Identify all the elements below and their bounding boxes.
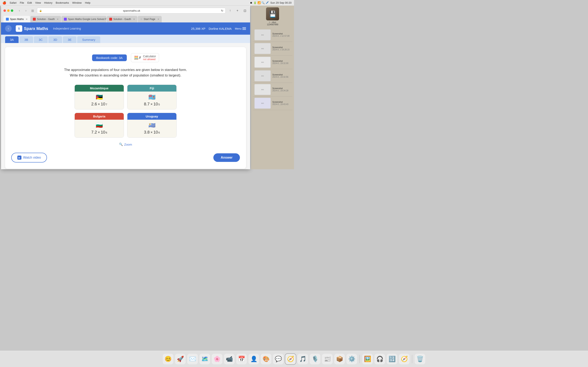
sparx-subtitle: Independent Learning	[53, 27, 81, 30]
sparx-logo: S Sparx Maths	[16, 25, 48, 32]
screenshot-item-6[interactable]: IMG Screenshot 2024-0...19.43.43	[253, 96, 292, 110]
screenshot-item-4[interactable]: IMG Screenshot 2024-0...19.32.56	[253, 69, 292, 83]
minimize-button[interactable]	[7, 9, 9, 12]
tab-icon-gauth2	[109, 18, 112, 21]
uruguay-body: 🇺🇾 3.8 × 106	[127, 120, 176, 137]
screenshot-date-2: 2024-0...t 19.28.15	[272, 49, 290, 51]
screenshot-item-3[interactable]: IMG Screenshot 2024-0...19.32.00	[253, 55, 292, 69]
watch-video-button[interactable]: ▶ Watch video	[11, 153, 47, 162]
bulgaria-flag: 🇧🇬	[96, 123, 103, 128]
browser-chrome: ‹ › ⊞ 🔒 sparxmaths.uk ↻ ↑ + ⊡ Sparx Math…	[1, 6, 250, 22]
calculator-status: not allowed	[143, 58, 156, 61]
screenshot-date-6: 2024-0...19.43.43	[272, 103, 288, 105]
back-button[interactable]: ‹	[17, 8, 22, 13]
fiji-population: 8.7 × 105	[144, 102, 160, 106]
tab-summary[interactable]: Summary	[77, 36, 100, 43]
xp-display: 25,398 XP	[191, 27, 205, 30]
tab-sparx[interactable]: Sparx Maths ✕	[3, 16, 30, 22]
content-area: ‹ S Sparx Maths Independent Learning 25,…	[1, 22, 250, 169]
tab-3d[interactable]: 3D	[48, 36, 62, 43]
calculator-label: Calculator	[143, 55, 156, 58]
screenshot-name-1: Screenshot	[272, 33, 290, 35]
tab-gauth2[interactable]: Solution - Gauth ✕	[107, 16, 138, 22]
share-button[interactable]: ↑	[227, 8, 233, 13]
watch-video-label: Watch video	[23, 156, 41, 159]
address-bar[interactable]: 🔒 sparxmaths.uk ↻	[37, 8, 226, 13]
menu-edit[interactable]: Edit	[27, 1, 32, 4]
mac-menubar: 🍎 Safari File Edit View History Bookmark…	[0, 0, 294, 6]
screenshots-panel: IMG Screenshot 2024-0...t 12.57.08 IMG S…	[253, 28, 292, 110]
calculator-text: Calculator not allowed	[143, 55, 156, 61]
screenshot-name-3: Screenshot	[272, 60, 288, 62]
tab-close-gauth2[interactable]: ✕	[132, 18, 135, 21]
screenshot-name-2: Screenshot	[272, 46, 290, 49]
mozambique-body: 🇲🇿 2.6 × 107	[75, 92, 124, 109]
tab-lens[interactable]: Sparx Maths Google Lens Solved Fin... ✕	[61, 16, 106, 22]
screenshot-thumb-6: IMG	[254, 98, 271, 109]
menu-history[interactable]: History	[44, 1, 52, 4]
menubar-time-area: ⏺ 🔋 📶 🔍 🖊️ Sun 29 Sep 00:20	[250, 1, 292, 4]
fullscreen-button[interactable]	[11, 9, 13, 12]
zoom-icon: 🔍	[119, 142, 123, 146]
browser-controls: ‹ › ⊞ 🔒 sparxmaths.uk ↻ ↑ + ⊡	[3, 8, 248, 13]
screenshot-date-5: 2024-0...19.34.28	[272, 90, 288, 92]
menu-view[interactable]: View	[35, 1, 41, 4]
screenshot-thumb-4: IMG	[254, 70, 271, 81]
screenshot-thumb-3: IMG	[254, 57, 271, 68]
tab-3c[interactable]: 3C	[34, 36, 48, 43]
close-button[interactable]	[3, 9, 6, 12]
tab-gauth1[interactable]: Solution - Gauth ✕	[30, 16, 61, 22]
disk-label: = - nbvc 1234567890	[267, 21, 278, 26]
question-line1: The approximate populations of four coun…	[11, 67, 240, 73]
tab-3b[interactable]: 3B	[19, 36, 33, 43]
country-card-uruguay: Uruguay 🇺🇾 3.8 × 106	[127, 113, 177, 138]
calculator-badge: 🧮✗ Calculator not allowed	[131, 53, 159, 62]
status-icons: ⏺ 🔋 📶 🔍 🖊️	[250, 1, 268, 4]
country-card-mozambique: Mozambique 🇲🇿 2.6 × 107	[75, 85, 124, 109]
menu-help[interactable]: Help	[85, 1, 90, 4]
mozambique-flag: 🇲🇿	[96, 94, 103, 100]
tab-label-gauth1: Solution - Gauth	[37, 18, 55, 21]
action-bar: ▶ Watch video Answer	[11, 153, 240, 162]
bulgaria-header: Bulgaria	[75, 113, 124, 120]
sparx-back-button[interactable]: ‹	[5, 25, 12, 32]
tab-label-gauth2: Solution - Gauth	[113, 18, 131, 21]
url-display: sparxmaths.uk	[43, 9, 220, 12]
tab-label-start: Start Page	[144, 18, 155, 21]
tab-switcher-button[interactable]: ⊡	[242, 8, 248, 13]
back-arrow-icon: ‹	[8, 27, 9, 30]
play-icon: ▶	[17, 156, 21, 160]
disk-icon[interactable]: 💾	[266, 7, 279, 20]
country-card-fiji: Fiji 🇫🇯 8.7 × 105	[127, 85, 177, 109]
tab-icon-gauth1	[33, 18, 36, 21]
uruguay-header: Uruguay	[127, 113, 176, 120]
screenshot-item-2[interactable]: IMG Screenshot 2024-0...t 19.28.15	[253, 42, 292, 55]
nav-buttons: ‹ › ⊞	[17, 8, 35, 13]
bulgaria-body: 🇧🇬 7.2 × 106	[75, 120, 124, 137]
tab-close-sparx[interactable]: ✕	[25, 18, 27, 21]
menu-bookmarks[interactable]: Bookmarks	[56, 1, 69, 4]
uruguay-flag: 🇺🇾	[148, 123, 156, 128]
new-tab-button[interactable]: +	[234, 8, 240, 13]
reload-icon[interactable]: ↻	[221, 9, 223, 12]
bulgaria-population: 7.2 × 106	[91, 130, 107, 134]
answer-button[interactable]: Answer	[213, 153, 240, 162]
tab-3e[interactable]: 3E	[63, 36, 76, 43]
tabs-nav: 3A 3B 3C 3D 3E Summary	[1, 35, 250, 43]
forward-button[interactable]: ›	[23, 8, 29, 13]
tab-3a[interactable]: 3A	[5, 36, 18, 43]
menu-items: Safari File Edit View History Bookmarks …	[9, 1, 90, 4]
menu-window[interactable]: Window	[72, 1, 82, 4]
tab-close-gauth1[interactable]: ✕	[56, 18, 59, 21]
menu-button[interactable]: Menu	[235, 27, 246, 30]
screenshot-item-5[interactable]: IMG Screenshot 2024-0...19.34.28	[253, 83, 292, 96]
zoom-button[interactable]: 🔍 Zoom	[119, 142, 132, 146]
tab-start[interactable]: ☆ Start Page ✕	[138, 16, 162, 22]
apple-menu[interactable]: 🍎	[2, 1, 6, 5]
tab-close-start[interactable]: ✕	[156, 18, 159, 21]
menu-safari[interactable]: Safari	[9, 1, 17, 4]
screenshot-item-1[interactable]: IMG Screenshot 2024-0...t 12.57.08	[253, 28, 292, 42]
tab-overview-button[interactable]: ⊞	[30, 8, 35, 13]
menu-file[interactable]: File	[20, 1, 24, 4]
question-line2: Write the countries in ascending order o…	[11, 73, 240, 78]
